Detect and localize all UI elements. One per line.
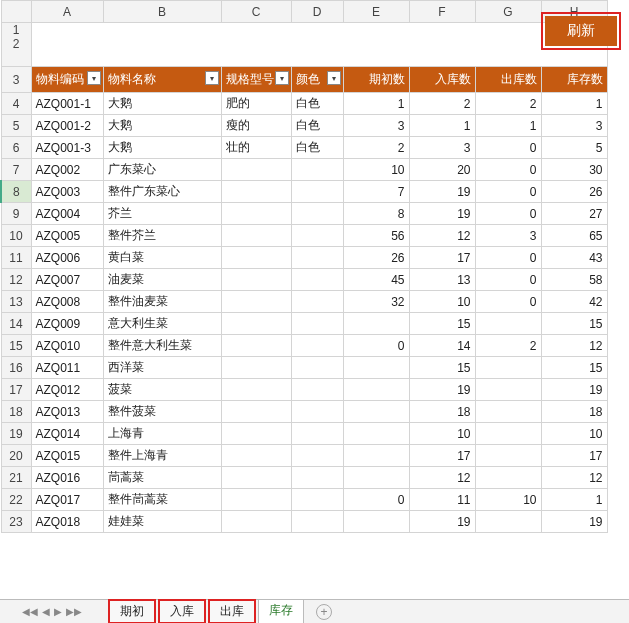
cell[interactable]: 整件茼蒿菜 [103, 489, 221, 511]
cell[interactable]: 2 [475, 335, 541, 357]
cell[interactable]: AZQ017 [31, 489, 103, 511]
cell[interactable] [221, 357, 291, 379]
cell[interactable] [221, 225, 291, 247]
cell[interactable]: 10 [409, 423, 475, 445]
cell[interactable]: 整件菠菜 [103, 401, 221, 423]
cell[interactable]: 整件广东菜心 [103, 181, 221, 203]
refresh-button[interactable]: 刷新 [545, 16, 617, 46]
cell[interactable]: AZQ008 [31, 291, 103, 313]
cell[interactable] [221, 401, 291, 423]
cell[interactable]: 19 [409, 203, 475, 225]
cell[interactable]: AZQ013 [31, 401, 103, 423]
cell[interactable]: 0 [475, 269, 541, 291]
cell[interactable]: 3 [343, 115, 409, 137]
cell[interactable]: AZQ012 [31, 379, 103, 401]
cell[interactable] [343, 467, 409, 489]
cell[interactable] [343, 313, 409, 335]
cell[interactable]: 19 [541, 379, 607, 401]
cell[interactable]: 茼蒿菜 [103, 467, 221, 489]
cell[interactable] [221, 379, 291, 401]
row-header[interactable]: 17 [1, 379, 31, 401]
header-cell[interactable]: 出库数 [475, 67, 541, 93]
cell[interactable]: 1 [541, 489, 607, 511]
row-header[interactable]: 7 [1, 159, 31, 181]
header-cell[interactable]: 库存数 [541, 67, 607, 93]
cell[interactable] [291, 423, 343, 445]
cell[interactable]: 12 [409, 467, 475, 489]
cell[interactable]: 整件意大利生菜 [103, 335, 221, 357]
cell[interactable] [221, 511, 291, 533]
empty-area[interactable] [31, 23, 607, 67]
cell[interactable] [291, 203, 343, 225]
cell[interactable]: 娃娃菜 [103, 511, 221, 533]
col-header[interactable]: C [221, 1, 291, 23]
cell[interactable]: 19 [409, 379, 475, 401]
col-header[interactable]: E [343, 1, 409, 23]
cell[interactable]: AZQ004 [31, 203, 103, 225]
cell[interactable] [221, 247, 291, 269]
cell[interactable] [291, 159, 343, 181]
cell[interactable]: 10 [343, 159, 409, 181]
cell[interactable]: 0 [475, 159, 541, 181]
cell[interactable]: 15 [541, 313, 607, 335]
cell[interactable]: 5 [541, 137, 607, 159]
cell[interactable]: 大鹅 [103, 93, 221, 115]
cell[interactable] [221, 313, 291, 335]
cell[interactable]: 8 [343, 203, 409, 225]
nav-last-icon[interactable]: ▶▶ [66, 606, 82, 617]
row-header[interactable]: 4 [1, 93, 31, 115]
row-header[interactable]: 3 [1, 67, 31, 93]
select-all-corner[interactable] [1, 1, 31, 23]
cell[interactable] [343, 511, 409, 533]
cell[interactable] [291, 335, 343, 357]
cell[interactable]: 2 [475, 93, 541, 115]
cell[interactable]: 白色 [291, 137, 343, 159]
row-header[interactable]: 22 [1, 489, 31, 511]
cell[interactable]: 1 [541, 93, 607, 115]
cell[interactable]: 大鹅 [103, 137, 221, 159]
header-cell[interactable]: 物料编码▾ [31, 67, 103, 93]
filter-icon[interactable]: ▾ [87, 71, 101, 85]
cell[interactable]: 12 [409, 225, 475, 247]
sheet-tab[interactable]: 出库 [208, 599, 256, 623]
filter-icon[interactable]: ▾ [275, 71, 289, 85]
row-header[interactable]: 6 [1, 137, 31, 159]
cell[interactable] [475, 511, 541, 533]
row-header[interactable]: 18 [1, 401, 31, 423]
cell[interactable] [221, 203, 291, 225]
cell[interactable]: AZQ001-1 [31, 93, 103, 115]
col-header[interactable]: D [291, 1, 343, 23]
cell[interactable]: 壮的 [221, 137, 291, 159]
cell[interactable]: 20 [409, 159, 475, 181]
row-header[interactable]: 20 [1, 445, 31, 467]
row-header[interactable]: 11 [1, 247, 31, 269]
cell[interactable]: 0 [475, 203, 541, 225]
cell[interactable]: 65 [541, 225, 607, 247]
cell[interactable]: 19 [409, 181, 475, 203]
cell[interactable]: AZQ014 [31, 423, 103, 445]
cell[interactable]: 32 [343, 291, 409, 313]
cell[interactable]: 14 [409, 335, 475, 357]
header-cell[interactable]: 颜色▾ [291, 67, 343, 93]
cell[interactable]: 黄白菜 [103, 247, 221, 269]
cell[interactable]: 30 [541, 159, 607, 181]
cell[interactable] [221, 181, 291, 203]
cell[interactable]: 0 [343, 489, 409, 511]
cell[interactable] [475, 313, 541, 335]
cell[interactable]: AZQ002 [31, 159, 103, 181]
cell[interactable] [343, 401, 409, 423]
row-header[interactable]: 13 [1, 291, 31, 313]
col-header[interactable]: B [103, 1, 221, 23]
cell[interactable]: 白色 [291, 93, 343, 115]
row-header[interactable]: 12 [1, 23, 31, 67]
row-header[interactable]: 8 [1, 181, 31, 203]
cell[interactable] [291, 357, 343, 379]
cell[interactable]: 油麦菜 [103, 269, 221, 291]
cell[interactable]: AZQ001-3 [31, 137, 103, 159]
header-cell[interactable]: 期初数 [343, 67, 409, 93]
header-cell[interactable]: 规格型号▾ [221, 67, 291, 93]
cell[interactable] [291, 225, 343, 247]
cell[interactable]: AZQ015 [31, 445, 103, 467]
cell[interactable]: 整件芥兰 [103, 225, 221, 247]
cell[interactable] [475, 467, 541, 489]
